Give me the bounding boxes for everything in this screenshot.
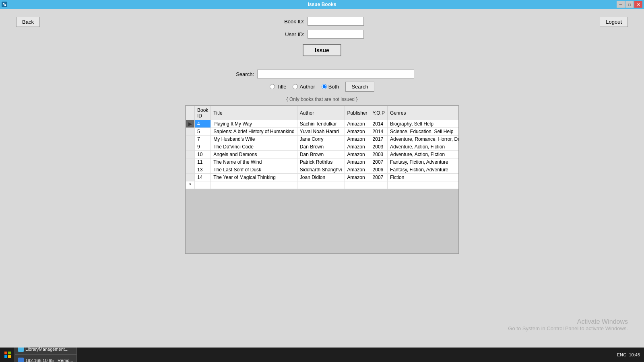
cell-title: The Year of Magical Thinking [211,174,297,181]
radio-author[interactable] [293,84,298,89]
close-button[interactable]: ✕ [634,1,642,8]
cell-book-id: 5 [195,128,211,136]
only-note: { Only books that are not issued } [287,97,358,102]
cell-genres: Fiction [388,174,459,181]
cell-yop: 2003 [370,151,387,158]
table-row[interactable]: 11The Name of the WindPatrick RothfusAma… [186,158,459,166]
table-row[interactable]: 5Sapiens: A brief History of HumankindYu… [186,128,459,136]
title-bar-left [2,2,7,7]
taskbar-clock: 10:45 [629,352,640,357]
issue-button[interactable]: Issue [303,44,341,56]
radio-both-label: Both [328,84,339,90]
books-table: Book ID Title Author Publisher Y.O.P Gen… [186,106,459,189]
row-selector [186,128,195,136]
cell-yop: 2014 [370,128,387,136]
radio-both-group: Both [322,84,339,90]
table-row[interactable]: ▶4Playing It My WaySachin TendulkarAmazo… [186,120,459,128]
taskbar-lang: ENG [617,352,627,357]
new-row-cell [388,181,459,189]
table-row[interactable]: 13The Last Sonf of DuskSiddharth Shanghv… [186,166,459,174]
cell-book-id: 14 [195,174,211,181]
row-selector [186,166,195,174]
radio-title[interactable] [270,84,275,89]
new-row-cell [195,181,211,189]
col-book-id: Book ID [195,106,211,120]
search-area: Search: Title Author Both Search { Only … [16,70,628,102]
start-button[interactable] [2,349,14,360]
row-selector [186,158,195,166]
table-row[interactable]: 9The Da'Vinci CodeDan BrownAmazon2003Adv… [186,143,459,151]
maximize-button[interactable]: □ [625,1,634,8]
watermark: Activate Windows Go to System in Control… [508,318,628,331]
cell-genres: Science, Education, Sell Help [388,128,459,136]
svg-rect-1 [4,4,6,6]
cell-book-id: 10 [195,151,211,158]
cell-book-id: 9 [195,143,211,151]
cell-genres: Fantasy, Fiction, Adventure [388,166,459,174]
row-selector [186,136,195,143]
user-id-row: User ID: [280,30,364,39]
book-id-label: Book ID: [280,19,304,25]
taskbar-item[interactable]: 192.168.10.65 - Remo... [14,355,77,362]
taskbar-right: ENG 10:45 [617,352,642,357]
cell-yop: 2003 [370,143,387,151]
cell-title: Sapiens: A brief History of Humankind [211,128,297,136]
col-publisher: Publisher [345,106,370,120]
search-label: Search: [230,71,254,77]
cell-genres: Biography, Sell Help [388,120,459,128]
radio-title-group: Title [270,84,286,90]
cell-title: The Last Sonf of Dusk [211,166,297,174]
cell-publisher: Amazon [345,151,370,158]
radio-search-row: Title Author Both Search [270,82,374,92]
col-title: Title [211,106,297,120]
cell-author: Patrick Rothfus [297,158,345,166]
cell-yop: 2007 [370,174,387,181]
search-input[interactable] [257,70,414,78]
table-row[interactable]: 7My Husband's WifeJane CorryAmazon2017Ad… [186,136,459,143]
cell-genres: Fantasy, Fiction, Adventure [388,158,459,166]
watermark-title: Activate Windows [508,318,628,325]
cell-title: Angels and Demons [211,151,297,158]
col-author: Author [297,106,345,120]
new-row-cell [297,181,345,189]
new-row-star: * [186,181,195,189]
window-title: Issue Books [308,2,336,7]
cell-publisher: Amazon [345,166,370,174]
main-content: Back Logout Book ID: User ID: Issue Sear… [0,9,644,348]
cell-author: Dan Brown [297,151,345,158]
back-button[interactable]: Back [16,17,40,27]
new-row: * [186,181,459,189]
new-row-cell [211,181,297,189]
search-row: Search: [230,70,414,78]
search-button[interactable]: Search [345,82,374,92]
user-id-input[interactable] [308,30,364,39]
form-area: Back Logout Book ID: User ID: Issue [16,17,628,56]
watermark-subtitle: Go to System in Control Panel to activat… [508,325,628,331]
cell-publisher: Amazon [345,158,370,166]
cell-yop: 2006 [370,166,387,174]
cell-publisher: Amazon [345,136,370,143]
cell-title: My Husband's Wife [211,136,297,143]
cell-author: Joan Didion [297,174,345,181]
minimize-button[interactable]: ─ [617,1,625,8]
book-id-input[interactable] [308,17,364,26]
books-table-container: Book ID Title Author Publisher Y.O.P Gen… [185,105,459,254]
cell-genres: Adventure, Action, Fiction [388,151,459,158]
radio-both[interactable] [322,84,327,89]
table-wrapper: Book ID Title Author Publisher Y.O.P Gen… [16,102,628,254]
table-header-row: Book ID Title Author Publisher Y.O.P Gen… [186,106,459,120]
svg-rect-2 [4,352,7,354]
window-controls[interactable]: ─ □ ✕ [617,1,642,8]
svg-rect-5 [8,355,11,358]
divider [16,63,628,63]
table-row[interactable]: 10Angels and DemonsDan BrownAmazon2003Ad… [186,151,459,158]
cell-author: Jane Corry [297,136,345,143]
svg-rect-3 [8,352,11,354]
cell-book-id: 7 [195,136,211,143]
logout-button[interactable]: Logout [600,17,628,27]
col-selector [186,106,195,120]
row-selector [186,151,195,158]
svg-rect-0 [3,3,4,4]
cell-title: The Da'Vinci Code [211,143,297,151]
table-row[interactable]: 14The Year of Magical ThinkingJoan Didio… [186,174,459,181]
